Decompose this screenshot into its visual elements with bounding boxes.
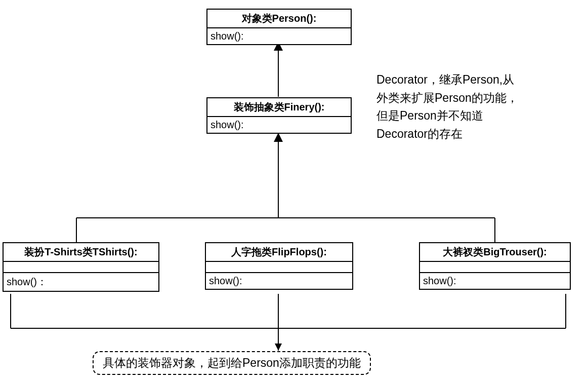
class-bigtrouser-title: 大裤衩类BigTrouser(): — [420, 243, 570, 262]
class-person-title: 对象类Person(): — [207, 10, 351, 28]
class-bigtrouser-mid — [420, 262, 570, 273]
concrete-decorator-note: 具体的装饰器对象，起到给Person添加职责的功能 — [93, 351, 371, 375]
finery-annotation: Decorator，继承Person,从外类来扩展Person的功能，但是Per… — [376, 71, 518, 143]
class-person: 对象类Person(): show(): — [206, 9, 352, 45]
svg-marker-3 — [274, 133, 283, 142]
class-person-method: show(): — [207, 28, 351, 44]
class-finery: 装饰抽象类Finery(): show(): — [206, 97, 352, 134]
class-tshirts-title: 装扮T-Shirts类TShirts(): — [4, 243, 158, 262]
class-bigtrouser-method: show(): — [420, 273, 570, 289]
class-flipflops-title: 人字拖类FlipFlops(): — [206, 243, 352, 262]
connector-lines — [0, 0, 588, 381]
svg-marker-12 — [275, 344, 282, 351]
class-tshirts-method: show()： — [4, 273, 158, 291]
class-finery-method: show(): — [207, 117, 351, 133]
class-tshirts-mid — [4, 262, 158, 273]
class-bigtrouser: 大裤衩类BigTrouser(): show(): — [419, 242, 571, 290]
class-flipflops-method: show(): — [206, 273, 352, 289]
class-flipflops: 人字拖类FlipFlops(): show(): — [205, 242, 353, 290]
class-tshirts: 装扮T-Shirts类TShirts(): show()： — [3, 242, 159, 292]
class-finery-title: 装饰抽象类Finery(): — [207, 98, 351, 117]
class-flipflops-mid — [206, 262, 352, 273]
